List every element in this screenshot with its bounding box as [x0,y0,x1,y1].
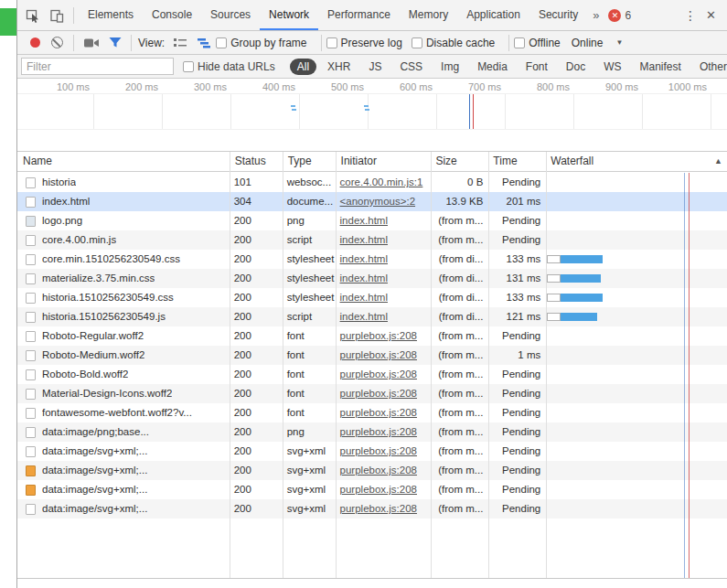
initiator-link[interactable]: <anonymous>:2 [340,196,415,207]
initiator-link[interactable]: index.html [340,234,388,245]
initiator-cell: purplebox.js:208 [336,365,431,384]
disable-cache-checkbox[interactable] [412,37,422,48]
table-row[interactable]: data:image/svg+xml;...200svg+xmlpurplebo… [17,442,727,461]
overflow-menu-icon[interactable]: ⋮ [684,8,697,23]
request-name: index.html [42,192,90,211]
group-by-frame-checkbox[interactable] [216,37,227,48]
column-header-type[interactable]: Type [283,152,336,171]
table-row[interactable]: data:image/svg+xml;...200svg+xmlpurplebo… [17,461,727,480]
tab-elements[interactable]: Elements [79,0,143,30]
column-header-waterfall[interactable]: Waterfall▲ [545,152,727,171]
filter-type-all[interactable]: All [290,59,316,75]
filter-type-css[interactable]: CSS [392,59,430,75]
column-header-name[interactable]: Name [17,152,230,171]
tab-security[interactable]: Security [529,0,587,30]
filter-type-js[interactable]: JS [361,59,389,75]
name-cell: data:image/svg+xml;... [17,480,230,499]
record-icon[interactable] [30,37,40,48]
request-rows-view-icon[interactable] [173,37,187,49]
initiator-link[interactable]: purplebox.js:208 [340,407,417,418]
column-separator[interactable] [431,152,432,578]
name-cell: data:image/svg+xml;... [17,461,230,480]
filter-type-font[interactable]: Font [519,59,555,75]
tab-application[interactable]: Application [457,0,529,30]
table-row[interactable]: Roboto-Regular.woff2200fontpurplebox.js:… [17,326,727,346]
initiator-link[interactable]: purplebox.js:208 [340,503,417,514]
inspect-element-icon[interactable] [21,4,45,27]
table-row[interactable]: historia101websoc...core.4.00.min.js:10 … [17,173,727,192]
filter-type-media[interactable]: Media [470,59,515,75]
tab-performance[interactable]: Performance [318,0,400,30]
throttling-dropdown[interactable]: Online ▼ [572,37,624,49]
document-icon [26,408,36,419]
column-separator[interactable] [336,152,337,578]
filter-icon[interactable] [109,37,122,48]
table-row[interactable]: fontawesome-webfont.woff2?v...200fontpur… [17,403,727,422]
preserve-log-checkbox[interactable] [326,37,337,48]
column-separator[interactable] [283,152,283,578]
initiator-link[interactable]: index.html [340,273,388,283]
table-row[interactable]: core.min.1510256230549.css200stylesheeti… [17,250,727,269]
more-tabs-icon[interactable]: » [587,8,604,22]
column-separator[interactable] [546,152,547,578]
filter-type-doc[interactable]: Doc [559,59,593,75]
column-separator[interactable] [488,152,489,578]
table-row[interactable]: historia.1510256230549.css200stylesheeti… [17,288,727,307]
device-toolbar-icon[interactable] [45,4,69,27]
initiator-link[interactable]: purplebox.js:208 [340,484,417,495]
initiator-cell: purplebox.js:208 [336,422,431,442]
filter-input[interactable] [21,58,174,75]
table-row[interactable]: Material-Design-Icons.woff2200fontpurple… [17,384,727,403]
clear-icon[interactable] [51,37,63,48]
waterfall-cell [545,461,727,480]
initiator-link[interactable]: purplebox.js:208 [340,369,417,380]
timeline-overview[interactable]: 100 ms200 ms300 ms400 ms500 ms600 ms700 … [17,79,727,152]
filter-type-img[interactable]: Img [433,59,466,75]
tab-sources[interactable]: Sources [201,0,260,30]
table-row[interactable]: historia.1510256230549.js200scriptindex.… [17,307,727,326]
name-cell: data:image/svg+xml;... [17,442,230,461]
tab-memory[interactable]: Memory [400,0,457,30]
type-cell: stylesheet [283,269,336,288]
table-row[interactable]: index.html304docume...<anonymous>:213.9 … [17,192,727,211]
capture-screenshots-icon[interactable] [83,37,100,49]
filter-type-ws[interactable]: WS [596,59,628,75]
tab-console[interactable]: Console [143,0,201,30]
initiator-link[interactable]: index.html [340,215,388,226]
size-cell: (from m... [430,403,487,422]
initiator-link[interactable]: index.html [340,253,388,264]
column-separator[interactable] [230,152,230,578]
table-row[interactable]: materialize.3.75.min.css200stylesheetind… [17,269,727,288]
table-row[interactable]: data:image/svg+xml;...200svg+xmlpurplebo… [17,480,727,499]
initiator-link[interactable]: purplebox.js:208 [340,349,417,360]
initiator-link[interactable]: purplebox.js:208 [340,445,417,456]
initiator-link[interactable]: purplebox.js:208 [340,388,417,399]
initiator-link[interactable]: index.html [340,292,388,303]
table-row[interactable]: Roboto-Medium.woff2200fontpurplebox.js:2… [17,346,727,365]
table-row[interactable]: data:image/svg+xml;...200svg+xmlpurplebo… [17,499,727,519]
error-badge[interactable]: ✕ 6 [604,9,635,22]
column-header-initiator[interactable]: Initiator [336,152,431,171]
filter-type-other[interactable]: Other [692,59,727,75]
column-header-size[interactable]: Size [430,152,487,171]
filter-type-manifest[interactable]: Manifest [633,59,689,75]
table-row[interactable]: logo.png200pngindex.html(from m...Pendin… [17,211,727,230]
filter-type-xhr[interactable]: XHR [320,59,358,75]
hide-data-urls-checkbox[interactable] [183,61,194,72]
show-overview-icon[interactable] [197,37,211,49]
close-devtools-icon[interactable]: ✕ [706,8,716,22]
time-cell: Pending [487,480,545,499]
status-cell: 200 [230,403,283,422]
column-header-status[interactable]: Status [230,152,283,171]
table-row[interactable]: data:image/png;base...200pngpurplebox.js… [17,422,727,442]
initiator-link[interactable]: purplebox.js:208 [340,330,417,341]
initiator-link[interactable]: index.html [340,311,388,322]
initiator-link[interactable]: core.4.00.min.js:1 [340,176,423,187]
initiator-link[interactable]: purplebox.js:208 [340,426,417,437]
table-row[interactable]: Roboto-Bold.woff2200fontpurplebox.js:208… [17,365,727,384]
initiator-link[interactable]: purplebox.js:208 [340,465,417,476]
tab-network[interactable]: Network [260,0,318,30]
column-header-time[interactable]: Time [487,152,545,171]
table-row[interactable]: core.4.00.min.js200scriptindex.html(from… [17,230,727,250]
offline-checkbox[interactable] [514,37,525,48]
